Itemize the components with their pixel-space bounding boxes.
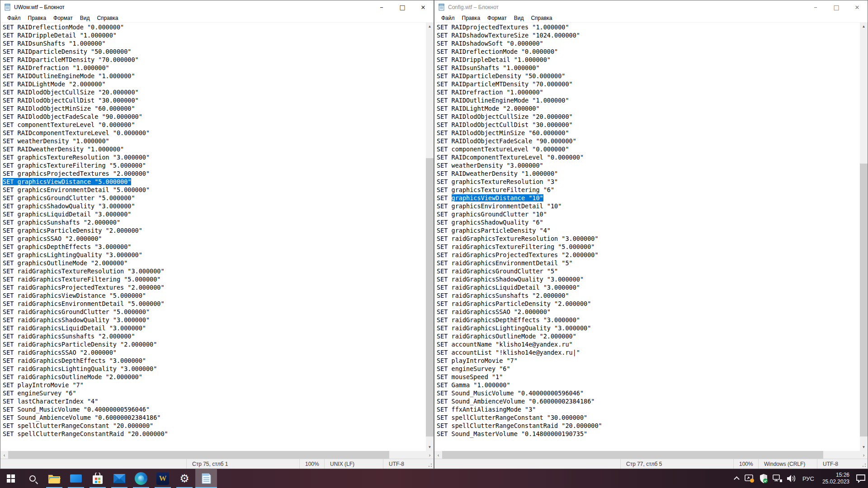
text-line[interactable]: SET raidGraphicsDepthEffects "3.000000"	[3, 357, 426, 365]
text-line[interactable]: SET raidGraphicsDepthEffects "3.000000"	[437, 316, 860, 324]
close-button[interactable]	[847, 0, 868, 14]
menu-file[interactable]: Файл	[438, 15, 458, 21]
scroll-up-icon[interactable]: ▲	[860, 23, 868, 30]
text-line[interactable]: SET componentTextureLevel "0.000000"	[437, 145, 860, 153]
scroll-down-icon[interactable]: ▼	[426, 443, 434, 451]
text-line[interactable]: SET RAIDsunShafts "1.000000"	[3, 39, 426, 47]
scroll-left-icon[interactable]: ‹	[434, 451, 442, 459]
text-line[interactable]: SET Sound_AmbienceVolume "0.600000023841…	[3, 413, 426, 422]
text-line[interactable]: SET RAIDprojectedTextures "1.000000"	[437, 23, 860, 31]
network-icon[interactable]	[772, 473, 783, 484]
scroll-right-icon[interactable]: ›	[860, 451, 868, 459]
taskbar-world-of-warcraft[interactable]: W	[152, 469, 174, 488]
text-line[interactable]: SET weatherDensity "1.000000"	[3, 137, 426, 145]
menu-view[interactable]: Вид	[510, 15, 528, 21]
text-line[interactable]: SET raidGraphicsEnvironmentDetail "5.000…	[3, 300, 426, 308]
menu-help[interactable]: Справка	[93, 15, 122, 21]
text-line[interactable]: SET RAIDlodObjectFadeScale "90.000000"	[3, 113, 426, 121]
text-line[interactable]: SET raidGraphicsSunshafts "2.000000"	[437, 291, 860, 300]
text-line[interactable]: SET RAIDweatherDensity "1.000000"	[437, 169, 860, 178]
resize-grip[interactable]	[861, 459, 868, 469]
text-line[interactable]: SET accountName "klisho14e@yandex.ru"	[437, 340, 860, 348]
text-line[interactable]: SET RAIDsunShafts "1.000000"	[437, 64, 860, 72]
menu-file[interactable]: Файл	[4, 15, 24, 21]
text-line[interactable]: SET raidGraphicsParticleDensity "2.00000…	[437, 300, 860, 308]
text-line[interactable]: SET RAIDrippleDetail "1.000000"	[3, 31, 426, 39]
text-line[interactable]: SET mouseSpeed "1"	[437, 373, 860, 381]
text-line[interactable]: SET graphicsEnvironmentDetail "5.000000"	[3, 186, 426, 194]
taskbar-microsoft-store[interactable]	[87, 469, 108, 488]
language-indicator[interactable]: РУС	[800, 475, 816, 482]
text-line[interactable]: SET raidGraphicsTextureResolution "3.000…	[437, 235, 860, 243]
text-line[interactable]: SET engineSurvey "6"	[437, 365, 860, 373]
text-line[interactable]: SET raidGraphicsViewDistance "5.000000"	[3, 291, 426, 300]
vertical-scrollbar[interactable]: ▲ ▼	[426, 23, 434, 451]
scroll-left-icon[interactable]: ‹	[0, 451, 8, 459]
clock[interactable]: 15:26 25.02.2023	[820, 472, 852, 485]
text-line[interactable]: SET RAIDreflectionMode "0.000000"	[3, 23, 426, 31]
text-line[interactable]: SET RAIDlodObjectCullSize "20.000000"	[3, 88, 426, 96]
text-editor[interactable]: SET RAIDreflectionMode "0.000000"SET RAI…	[0, 23, 426, 451]
menu-format[interactable]: Формат	[484, 15, 510, 21]
horizontal-scroll-thumb[interactable]	[442, 451, 823, 459]
text-line[interactable]: SET graphicsViewDistance "10"	[437, 194, 860, 202]
text-line[interactable]: SET graphicsParticleDensity "4"	[437, 226, 860, 235]
action-center-icon[interactable]	[855, 473, 866, 484]
text-line[interactable]: SET Sound_MusicVolume "0.40000000596046"	[437, 389, 860, 397]
text-line[interactable]: SET playIntroMovie "7"	[3, 381, 426, 389]
text-line[interactable]: SET raidGraphicsGroundClutter "5"	[437, 267, 860, 275]
text-line[interactable]: SET RAIDlodObjectCullSize "20.000000"	[437, 113, 860, 121]
text-line[interactable]: SET graphicsLiquidDetail "3.000000"	[3, 210, 426, 218]
text-line[interactable]: SET RAIDOutlineEngineMode "1.000000"	[3, 72, 426, 80]
taskbar-edge[interactable]	[130, 469, 152, 488]
vertical-scroll-thumb[interactable]	[426, 158, 434, 436]
text-line[interactable]: SET raidGraphicsProjectedTextures "2.000…	[437, 251, 860, 259]
text-line[interactable]: SET RAIDlodObjectCullDist "30.000000"	[3, 96, 426, 104]
text-line[interactable]: SET graphicsShadowQuality "3.000000"	[3, 202, 426, 210]
menu-format[interactable]: Формат	[50, 15, 76, 21]
volume-icon[interactable]	[786, 473, 797, 484]
text-line[interactable]: SET raidGraphicsEnvironmentDetail "5"	[437, 259, 860, 267]
text-line[interactable]: SET graphicsSSAO "2.000000"	[3, 235, 426, 243]
resize-grip[interactable]	[427, 459, 434, 469]
taskbar-file-explorer[interactable]	[43, 469, 65, 488]
vertical-scrollbar[interactable]: ▲ ▼	[860, 23, 868, 451]
menu-help[interactable]: Справка	[527, 15, 556, 21]
minimize-button[interactable]	[805, 0, 826, 14]
text-line[interactable]: SET raidGraphicsShadowQuality "3.000000"	[437, 275, 860, 283]
text-line[interactable]: SET Sound_MusicVolume "0.40000000596046"	[3, 405, 426, 413]
minimize-button[interactable]	[371, 0, 392, 14]
text-line[interactable]: SET raidGraphicsLightingQuality "3.00000…	[437, 324, 860, 332]
text-line[interactable]: SET RAIDrefraction "1.000000"	[3, 64, 426, 72]
text-line[interactable]: SET graphicsGroundClutter "5.000000"	[3, 194, 426, 202]
tray-overflow-chevron-icon[interactable]	[735, 476, 739, 481]
text-line[interactable]: SET RAIDlodObjectMinSize "60.000000"	[3, 104, 426, 113]
text-line[interactable]: SET raidGraphicsShadowQuality "3.000000"	[3, 316, 426, 324]
scroll-up-icon[interactable]: ▲	[426, 23, 434, 30]
text-line[interactable]: SET raidGraphicsLiquidDetail "3.000000"	[437, 283, 860, 291]
text-line[interactable]: SET graphicsDepthEffects "3.000000"	[3, 243, 426, 251]
text-line[interactable]: SET spellClutterRangeConstant "30.000000…	[437, 413, 860, 422]
text-line[interactable]: SET RAIDlodObjectFadeScale "90.000000"	[437, 137, 860, 145]
text-line[interactable]: SET playIntroMovie "7"	[437, 357, 860, 365]
text-line[interactable]: SET RAIDweatherDensity "1.000000"	[3, 145, 426, 153]
text-line[interactable]: SET engineSurvey "6"	[3, 389, 426, 397]
taskbar-search-button[interactable]	[22, 469, 43, 488]
menu-edit[interactable]: Правка	[24, 15, 50, 21]
taskbar-notepad-active[interactable]	[195, 469, 217, 488]
text-line[interactable]: SET RAIDLightMode "2.000000"	[437, 104, 860, 113]
text-line[interactable]: SET graphicsLightingQuality "3.000000"	[3, 251, 426, 259]
text-line[interactable]: SET graphicsTextureResolution "3"	[437, 178, 860, 186]
text-line[interactable]: SET raidGraphicsLightingQuality "3.00000…	[3, 365, 426, 373]
text-line[interactable]: SET accountList "!klisho14e@yandex.ru|"	[437, 348, 860, 357]
text-line[interactable]: SET RAIDparticleMTDensity "70.000000"	[3, 56, 426, 64]
text-line[interactable]: SET RAIDparticleMTDensity "70.000000"	[437, 80, 860, 88]
text-line[interactable]: SET RAIDshadowTextureSize "1024.000000"	[437, 31, 860, 39]
text-line[interactable]: SET RAIDrippleDetail "1.000000"	[437, 56, 860, 64]
text-line[interactable]: SET spellClutterRangeConstant "20.000000…	[3, 422, 426, 430]
horizontal-scroll-thumb[interactable]	[8, 451, 389, 459]
wireless-display-icon[interactable]	[744, 473, 755, 484]
text-line[interactable]: SET raidGraphicsSunshafts "2.000000"	[3, 332, 426, 340]
text-line[interactable]: SET componentTextureLevel "0.000000"	[3, 121, 426, 129]
text-line[interactable]: SET spellClutterRangeConstantRaid "20.00…	[3, 430, 426, 438]
